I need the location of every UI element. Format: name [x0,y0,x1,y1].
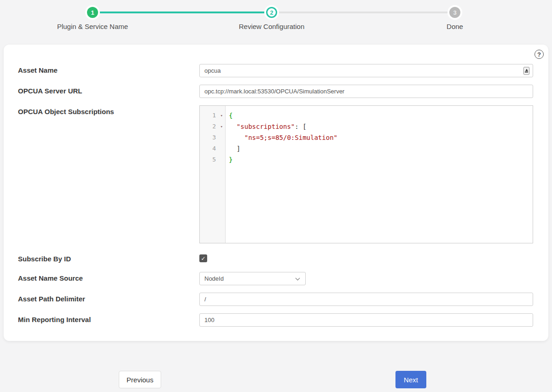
editor-code[interactable]: { "subscriptions": [ "ns=5;s=85/0:Simula… [226,106,533,243]
editor-code-line: "ns=5;s=85/0:Simulation" [229,132,533,143]
editor-line-number: 4 [200,143,225,154]
editor-line-number: 3 [200,132,225,143]
editor-line-number: 2▾ [200,121,225,132]
step-1-label: Plugin & Service Name [37,23,148,30]
step-3-label: Done [400,23,510,30]
autofill-bar [525,72,528,73]
asset-name-source-label: Asset Name Source [18,272,199,285]
step-plugin-service-name[interactable]: 1 Plugin & Service Name [37,0,148,30]
server-url-input[interactable] [199,85,533,98]
subscribe-by-id-label: Subscribe By ID [18,253,199,263]
asset-path-delimiter-input[interactable] [199,293,533,306]
step-2-circle: 2 [266,7,277,18]
asset-path-delimiter-row: Asset Path Delimiter [18,293,533,306]
min-reporting-interval-input[interactable] [199,313,533,327]
editor-code-line: { [229,110,533,121]
min-reporting-interval-label: Min Reporting Interval [18,313,199,327]
asset-name-row: Asset Name [18,64,533,77]
help-icon[interactable]: ? [535,50,544,59]
subscriptions-label: OPCUA Object Subscriptions [18,105,199,243]
json-code-editor[interactable]: 1▾2▾345 { "subscriptions": [ "ns=5;s=85/… [199,105,533,243]
chevron-down-icon [296,276,300,281]
subscribe-by-id-checkbox[interactable]: ✓ [199,254,207,262]
wizard-stepper: 1 Plugin & Service Name 2 Review Configu… [0,0,552,45]
autofill-icon [523,67,529,75]
editor-line-number: 5 [200,154,225,165]
asset-name-source-value: NodeId [204,275,224,282]
editor-code-line: } [229,154,533,165]
step-1-circle: 1 [87,7,98,18]
editor-code-line: ] [229,143,533,154]
step-review-configuration[interactable]: 2 Review Configuration [216,0,327,30]
step-3-circle: 3 [449,7,460,18]
autofill-triangle [525,69,528,71]
server-url-label: OPCUA Server URL [18,85,199,98]
subscriptions-row: OPCUA Object Subscriptions 1▾2▾345 { "su… [18,105,533,243]
fold-arrow-icon[interactable]: ▾ [221,110,223,121]
min-reporting-interval-row: Min Reporting Interval [18,313,533,327]
asset-name-source-row: Asset Name Source NodeId [18,272,533,285]
asset-name-label: Asset Name [18,64,199,77]
next-button[interactable]: Next [395,371,426,388]
previous-button[interactable]: Previous [119,371,161,388]
asset-name-input[interactable] [199,64,533,77]
fold-arrow-icon[interactable]: ▾ [221,121,223,132]
server-url-row: OPCUA Server URL [18,85,533,98]
subscribe-by-id-row: Subscribe By ID ✓ [18,253,533,263]
step-2-label: Review Configuration [216,23,327,30]
asset-path-delimiter-label: Asset Path Delimiter [18,293,199,306]
checkmark-icon: ✓ [201,255,205,262]
step-done: 3 Done [400,0,510,30]
configuration-card: ? Asset Name OPCUA Server URL OPCUA Obje… [4,45,548,341]
editor-gutter: 1▾2▾345 [200,106,226,243]
editor-line-number: 1▾ [200,110,225,121]
editor-code-line: "subscriptions": [ [229,121,533,132]
asset-name-source-select[interactable]: NodeId [199,272,306,285]
